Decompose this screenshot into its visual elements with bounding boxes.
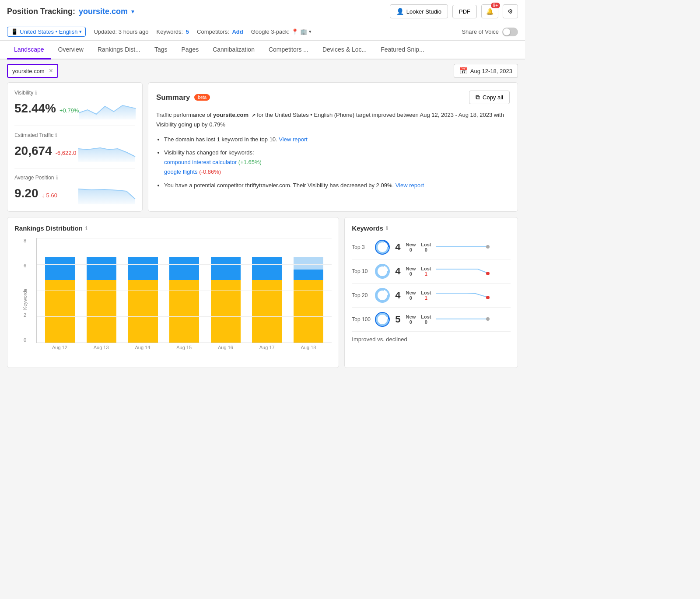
notification-button[interactable]: 🔔 9+ xyxy=(481,4,498,18)
keyword-row-top20: Top 20 4 New 0 Lost 1 xyxy=(352,284,511,308)
date-range-picker[interactable]: 📅 Aug 12-18, 2023 xyxy=(454,64,518,78)
location-selector[interactable]: 📱 United States • English ▾ xyxy=(7,27,86,37)
main-top: Visibility ℹ 52.44% +0.79% Estimated Tra… xyxy=(0,82,525,217)
top20-new-lost: New 0 Lost 1 xyxy=(406,290,431,301)
lower-content: Rankings Distribution ℹ Keywords 8 6 4 2… xyxy=(0,217,525,375)
looker-studio-button[interactable]: 👤 Looker Studio xyxy=(390,4,448,18)
metrics-panel: Visibility ℹ 52.44% +0.79% Estimated Tra… xyxy=(7,82,143,212)
copy-all-button[interactable]: ⧉ Copy all xyxy=(469,91,510,104)
location-chevron-icon: ▾ xyxy=(79,29,82,35)
top3-ring xyxy=(375,240,390,255)
google-pack-info: Google 3-pack: 📍 🏢 ▾ xyxy=(251,28,312,35)
keyword-row-top10: Top 10 4 New 0 Lost 1 xyxy=(352,259,511,284)
traffic-info-icon[interactable]: ℹ xyxy=(55,132,57,138)
keyword-row-top100: Top 100 5 New 0 Lost 0 xyxy=(352,308,511,332)
header-site[interactable]: yoursite.com xyxy=(79,7,128,16)
improved-declined-label: Improved vs. declined xyxy=(352,332,511,343)
traffic-change: -6,622.0 xyxy=(56,150,77,156)
close-icon[interactable]: × xyxy=(49,67,53,75)
top20-sparkline xyxy=(436,290,511,301)
position-metric: Average Position ℹ 9.20 ↓ 5.60 xyxy=(14,168,135,204)
location-text: United States • English xyxy=(20,28,77,35)
tab-competitors[interactable]: Competitors ... xyxy=(262,41,315,60)
header-right: 👤 Looker Studio PDF 🔔 9+ ⚙ xyxy=(390,4,518,18)
top100-new-lost: New 0 Lost 0 xyxy=(406,314,431,325)
rankings-title: Rankings Distribution ℹ xyxy=(14,224,332,232)
summary-header: Summary beta ⧉ Copy all xyxy=(156,91,510,104)
top10-ring xyxy=(375,264,390,279)
header-left: Position Tracking: yoursite.com ▾ xyxy=(7,7,134,16)
gear-icon: ⚙ xyxy=(508,8,513,15)
building-icon: 🏢 xyxy=(300,28,307,35)
summary-bullet-2: Visibility has changed for keywords: com… xyxy=(164,148,510,177)
svg-point-7 xyxy=(486,317,490,321)
keywords-count[interactable]: 5 xyxy=(186,28,189,35)
top100-label: Top 100 xyxy=(352,316,371,322)
svg-point-5 xyxy=(486,296,490,299)
looker-icon: 👤 xyxy=(396,8,404,15)
tab-landscape[interactable]: Landscape xyxy=(7,41,51,60)
site-tag-text: yoursite.com xyxy=(12,68,45,74)
site-filter-tag[interactable]: yoursite.com × xyxy=(7,64,58,78)
chart-inner: 8 6 4 2 0 xyxy=(36,238,332,343)
summary-title: Summary beta xyxy=(156,93,210,102)
keyword-link-1[interactable]: compound interest calculator xyxy=(164,159,237,165)
header: Position Tracking: yoursite.com ▾ 👤 Look… xyxy=(0,0,525,23)
subheader: 📱 United States • English ▾ Updated: 3 h… xyxy=(0,23,525,41)
top20-count: 4 xyxy=(395,290,400,301)
keywords-info-icon[interactable]: ℹ xyxy=(386,225,388,231)
keywords-title: Keywords ℹ xyxy=(352,224,511,232)
position-value: 9.20 ↓ 5.60 xyxy=(14,186,57,200)
beta-badge: beta xyxy=(194,94,210,101)
tab-tags[interactable]: Tags xyxy=(147,41,175,60)
chevron-down-icon[interactable]: ▾ xyxy=(131,8,134,15)
settings-button[interactable]: ⚙ xyxy=(503,4,518,18)
traffic-value: 20,674 -6,622.0 xyxy=(14,144,76,158)
tab-cannibalization[interactable]: Cannibalization xyxy=(206,41,262,60)
top10-count: 4 xyxy=(395,266,400,277)
svg-point-2 xyxy=(377,266,388,277)
summary-panel: Summary beta ⧉ Copy all Traffic performa… xyxy=(148,82,518,212)
view-report-link-2[interactable]: View report xyxy=(396,182,424,189)
nav-tabs: Landscape Overview Rankings Dist... Tags… xyxy=(0,41,525,60)
position-info-icon[interactable]: ℹ xyxy=(56,175,58,181)
top100-count: 5 xyxy=(395,314,400,325)
copy-icon: ⧉ xyxy=(476,94,480,101)
top20-label: Top 20 xyxy=(352,292,371,298)
top10-sparkline xyxy=(436,266,511,277)
location-pin-icon: 📍 xyxy=(291,28,298,35)
svg-point-0 xyxy=(377,242,388,253)
tab-rankings-dist[interactable]: Rankings Dist... xyxy=(91,41,147,60)
info-icon[interactable]: ℹ xyxy=(35,90,37,96)
view-report-link-1[interactable]: View report xyxy=(279,136,308,143)
tab-pages[interactable]: Pages xyxy=(175,41,206,60)
traffic-label: Estimated Traffic ℹ xyxy=(14,132,135,138)
add-competitor-link[interactable]: Add xyxy=(232,28,243,35)
bell-icon: 🔔 xyxy=(486,8,494,15)
position-sparkline xyxy=(78,182,135,204)
external-link-icon: ↗ xyxy=(252,112,256,118)
tab-featured-snip[interactable]: Featured Snip... xyxy=(374,41,431,60)
share-voice-label: Share of Voice xyxy=(462,28,499,35)
summary-site[interactable]: yoursite.com ↗ xyxy=(213,112,257,118)
filter-row: yoursite.com × 📅 Aug 12-18, 2023 xyxy=(0,60,525,82)
top20-ring xyxy=(375,288,390,303)
visibility-sparkline xyxy=(79,98,136,119)
top3-count: 4 xyxy=(395,242,400,253)
svg-point-4 xyxy=(377,290,388,301)
top3-label: Top 3 xyxy=(352,244,371,250)
header-title: Position Tracking: xyxy=(7,7,75,16)
rankings-panel: Rankings Distribution ℹ Keywords 8 6 4 2… xyxy=(7,217,339,368)
keyword-link-2[interactable]: google flights xyxy=(164,168,198,175)
top3-new-lost: New 0 Lost 0 xyxy=(406,242,431,252)
visibility-change: +0.79% xyxy=(60,107,79,114)
summary-bullet-3: You have a potential competitor thriftyt… xyxy=(164,181,510,190)
pdf-button[interactable]: PDF xyxy=(452,5,477,18)
tab-devices-loc[interactable]: Devices & Loc... xyxy=(315,41,374,60)
tab-overview[interactable]: Overview xyxy=(51,41,91,60)
top10-label: Top 10 xyxy=(352,268,371,274)
rankings-info-icon[interactable]: ℹ xyxy=(85,225,88,231)
share-voice-toggle[interactable] xyxy=(502,28,518,36)
top100-sparkline xyxy=(436,314,511,326)
top3-sparkline xyxy=(436,242,511,253)
